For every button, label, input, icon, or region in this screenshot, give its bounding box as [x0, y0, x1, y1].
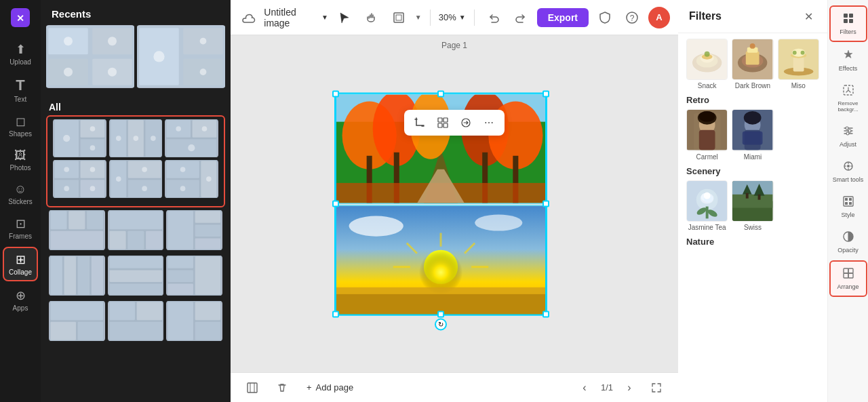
collage-thumb-4[interactable]: [53, 160, 106, 198]
toolbar-divider-1: [430, 9, 431, 26]
prev-page-button[interactable]: ‹: [574, 377, 595, 399]
effects-icon: [842, 49, 854, 64]
app-logo: ✕: [8, 5, 33, 30]
right-item-opacity[interactable]: Opacity: [829, 225, 867, 259]
style-icon: [842, 195, 854, 210]
shapes-icon: ◻: [16, 114, 26, 129]
filter-miami[interactable]: Miami: [732, 109, 773, 160]
close-filters-button[interactable]: ✕: [800, 8, 816, 24]
collage-thumb-7[interactable]: [49, 210, 105, 250]
right-item-arrange[interactable]: Arrange: [829, 260, 867, 297]
svg-point-30: [133, 136, 138, 141]
svg-point-23: [90, 126, 96, 132]
collage-thumb-1[interactable]: [53, 119, 106, 157]
svg-rect-88: [195, 257, 221, 295]
select-tool-button[interactable]: [334, 7, 355, 28]
toolbar-divider-2: [474, 9, 475, 26]
grid-layout-button[interactable]: [433, 113, 453, 133]
right-item-style[interactable]: Style: [829, 190, 867, 224]
avatar[interactable]: A: [648, 7, 670, 28]
right-item-adjust[interactable]: Adjust: [829, 119, 867, 153]
collage-image-bottom[interactable]: [336, 205, 546, 316]
svg-rect-81: [92, 257, 103, 295]
collage-thumb-14[interactable]: [108, 301, 164, 341]
undo-button[interactable]: [483, 7, 505, 28]
zoom-control[interactable]: 30% ▼: [439, 12, 466, 22]
svg-point-169: [744, 111, 762, 125]
sidebar-item-apps[interactable]: ⊕ Apps: [3, 284, 38, 316]
collage-thumb-12[interactable]: [166, 256, 222, 296]
collage-thumb-5[interactable]: [109, 160, 163, 198]
svg-rect-92: [50, 302, 103, 321]
filter-jasmine-tea[interactable]: Jasmine Tea: [686, 180, 728, 231]
sidebar-item-collage[interactable]: ⊞ Collage: [3, 247, 38, 281]
svg-rect-163: [699, 130, 715, 150]
recent-thumb-1[interactable]: [46, 25, 134, 88]
fullscreen-button[interactable]: [646, 377, 667, 399]
svg-rect-111: [438, 123, 442, 127]
svg-point-53: [142, 167, 147, 172]
collage-thumb-6[interactable]: [165, 160, 218, 198]
export-button[interactable]: Export: [537, 8, 589, 27]
recent-thumb-2[interactable]: [137, 25, 225, 88]
filter-miso[interactable]: Miso: [778, 39, 819, 89]
collage-thumb-2[interactable]: [109, 119, 163, 157]
apps-icon: ⊕: [16, 288, 26, 303]
filter-swiss[interactable]: Swiss: [732, 180, 773, 231]
document-title[interactable]: Untitled image ▼: [264, 7, 328, 28]
right-item-remove-bg[interactable]: Remove backgr...: [829, 79, 867, 118]
sidebar-item-stickers[interactable]: ☺ Stickers: [3, 178, 38, 209]
collage-thumb-15[interactable]: [166, 301, 222, 341]
sidebar-item-text[interactable]: T Text: [3, 73, 38, 107]
add-page-button[interactable]: + Add page: [301, 380, 359, 395]
sidebar-item-shapes[interactable]: ◻ Shapes: [3, 110, 38, 142]
collage-thumb-9[interactable]: [166, 210, 222, 250]
collage-thumb-10[interactable]: [49, 256, 105, 296]
right-item-filters[interactable]: Filters: [829, 5, 867, 42]
next-page-button[interactable]: ›: [618, 377, 640, 399]
filter-snack[interactable]: Snack: [686, 39, 728, 89]
svg-rect-80: [78, 257, 90, 295]
cloud-save-button[interactable]: [239, 7, 258, 28]
svg-point-46: [64, 186, 69, 191]
svg-point-159: [800, 51, 804, 55]
sidebar-item-photos[interactable]: 🖼 Photos: [3, 144, 38, 176]
svg-point-152: [750, 43, 755, 49]
filter-carmel[interactable]: Carmel: [686, 109, 728, 160]
svg-point-54: [142, 186, 147, 191]
sidebar-item-upload[interactable]: ⬆ Upload: [3, 38, 38, 70]
svg-rect-70: [127, 231, 144, 249]
collage-thumb-11[interactable]: [108, 256, 164, 296]
collage-icon: ⊞: [16, 252, 26, 267]
more-options-button[interactable]: ⋯: [479, 113, 499, 133]
chevron-down-icon: ▼: [321, 14, 328, 21]
help-icon[interactable]: ?: [621, 7, 643, 28]
svg-rect-135: [336, 294, 545, 315]
rotate-handle[interactable]: ↻: [435, 318, 447, 330]
crop-button[interactable]: [410, 113, 430, 133]
delete-page-button[interactable]: [271, 377, 293, 399]
left-sidebar: ✕ ⬆ Upload T Text ◻ Shapes 🖼 Photos ☺ St…: [0, 0, 41, 402]
right-sidebar: Filters Effects Remove backgr...: [827, 0, 868, 402]
svg-rect-85: [109, 284, 162, 295]
frame-tool-button[interactable]: [388, 7, 410, 28]
svg-point-196: [846, 127, 848, 129]
filter-section-scenery: Scenery: [686, 166, 819, 176]
collage-thumb-13[interactable]: [49, 301, 105, 341]
redo-button[interactable]: [510, 7, 532, 28]
replace-button[interactable]: [456, 113, 476, 133]
filter-thumb-dark-brown: [732, 39, 773, 80]
chevron-down-icon-frame[interactable]: ▼: [415, 14, 422, 21]
page-settings-button[interactable]: [241, 377, 263, 399]
filter-dark-brown[interactable]: Dark Brown: [732, 39, 773, 89]
collage-thumb-3[interactable]: [165, 119, 218, 157]
svg-rect-97: [136, 302, 162, 321]
hand-tool-button[interactable]: [361, 7, 382, 28]
right-item-smart-tools[interactable]: Smart tools: [829, 155, 867, 188]
stickers-icon: ☺: [14, 182, 26, 197]
svg-point-146: [705, 52, 710, 57]
filters-panel: Filters ✕ Snack: [678, 0, 827, 402]
collage-thumb-8[interactable]: [108, 210, 164, 250]
sidebar-item-frames[interactable]: ⊡ Frames: [3, 212, 38, 244]
right-item-effects[interactable]: Effects: [829, 43, 867, 77]
